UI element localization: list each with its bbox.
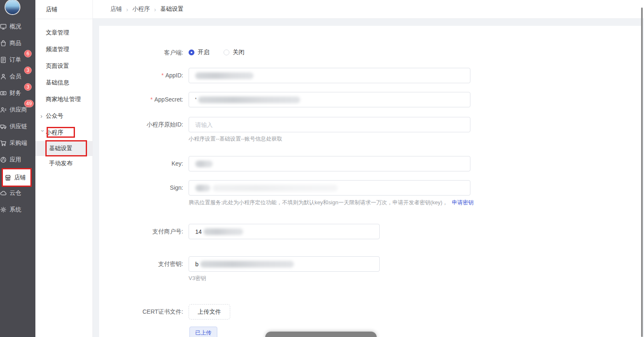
sidebar-item-overview[interactable]: 概况 [0, 18, 35, 35]
sidebar-item-label: 系统 [10, 206, 21, 213]
orders-badge: 6 [24, 50, 32, 57]
submenu-title: 店铺 [35, 0, 92, 19]
submenu-item-basic-info[interactable]: 基础信息 [35, 74, 92, 91]
primary-sidebar: 概况 商品 订单 6 会员 3 财务 3 供应商 49 供应链 [0, 0, 35, 337]
sidebar-item-label: 概况 [10, 23, 21, 30]
sidebar-item-label: 店铺 [14, 174, 26, 181]
redacted-value [195, 161, 213, 167]
pay-secret-input[interactable]: b [189, 256, 380, 272]
original-id-input[interactable] [189, 117, 470, 132]
sidebar-item-cloud-warehouse[interactable]: 云仓 [0, 185, 35, 201]
avatar[interactable] [5, 0, 20, 14]
original-id-help: 小程序设置--基础设置--账号信息处获取 [189, 135, 282, 143]
sidebar-item-system[interactable]: 系统 [0, 201, 35, 218]
secondary-sidebar: 店铺 文章管理 频道管理 页面设置 基础信息 商家地址管理 › 公众号 › 小程… [35, 0, 93, 337]
submenu-item-manual-release[interactable]: 手动发布 [35, 156, 92, 171]
redacted-value [204, 228, 243, 235]
sidebar-item-label: 财务 [10, 89, 21, 97]
goods-icon [0, 40, 7, 47]
uploaded-status-badge: 已上传 [189, 327, 217, 337]
submenu-item-official-account[interactable]: › 公众号 [35, 108, 92, 124]
sign-input[interactable] [189, 180, 470, 196]
key-input[interactable] [189, 156, 470, 171]
sign-help: 腾讯位置服务:此处为小程序定位功能，不填则为默认key和sign一天限制请求一万… [189, 199, 474, 206]
submenu-item-label: 页面设置 [46, 62, 69, 70]
sidebar-item-members[interactable]: 会员 3 [0, 68, 35, 85]
radio-off[interactable] [224, 50, 229, 55]
value-prefix: b [195, 261, 199, 268]
radio-off-label[interactable]: 关闭 [233, 49, 244, 56]
secondary-nav: 文章管理 频道管理 页面设置 基础信息 商家地址管理 › 公众号 › 小程序 基… [35, 25, 92, 171]
sidebar-item-apps[interactable]: 应用 [0, 151, 35, 168]
procurement-icon [0, 140, 7, 146]
redacted-value [195, 185, 210, 191]
redacted-value [200, 261, 294, 268]
sidebar-item-label: 会员 [10, 73, 21, 80]
upload-file-button[interactable]: 上传文件 [189, 304, 230, 320]
dashboard-icon [0, 23, 7, 30]
sidebar-item-shop[interactable]: 店铺 [0, 168, 35, 185]
apps-icon [0, 156, 7, 163]
sidebar-item-orders[interactable]: 订单 6 [0, 52, 35, 68]
submenu-item-page-settings[interactable]: 页面设置 [35, 58, 92, 74]
sidebar-item-procurement[interactable]: 采购端 [0, 135, 35, 151]
chevron-down-icon: › [39, 130, 47, 135]
radio-on[interactable] [189, 50, 194, 55]
submenu-item-label: 小程序 [46, 129, 63, 136]
members-badge: 3 [24, 67, 32, 74]
submenu-item-article-management[interactable]: 文章管理 [35, 25, 92, 41]
sidebar-item-label: 应用 [10, 156, 21, 164]
pay-secret-label: 支付密钥: [99, 256, 183, 272]
original-id-label: 小程序原始ID: [99, 117, 183, 132]
breadcrumb-item[interactable]: 小程序 [132, 5, 150, 13]
redacted-value [195, 72, 254, 79]
sidebar-item-label: 供应链 [10, 123, 27, 130]
supply-chain-icon [0, 123, 7, 130]
appsecret-label: *AppSecret: [99, 92, 183, 107]
merchant-id-input[interactable]: 14 [189, 224, 380, 239]
submenu-item-label: 公众号 [46, 112, 63, 120]
cloud-icon [0, 190, 7, 196]
appsecret-input[interactable]: ' [189, 92, 470, 107]
toast-popup [265, 332, 377, 337]
apply-key-link[interactable]: 申请密钥 [452, 199, 474, 206]
required-asterisk: * [150, 96, 152, 103]
sidebar-item-supplier[interactable]: 供应商 49 [0, 102, 35, 118]
radio-on-label[interactable]: 开启 [198, 49, 209, 56]
breadcrumb-item-current: 基础设置 [160, 5, 184, 13]
sidebar-item-supply-chain[interactable]: 供应链 [0, 118, 35, 135]
submenu-item-mini-program[interactable]: › 小程序 [35, 124, 92, 141]
submenu-item-label: 商家地址管理 [46, 96, 81, 103]
chevron-right-icon: › [40, 112, 45, 120]
gear-icon [0, 206, 7, 213]
appid-label: *AppID: [99, 68, 183, 83]
sidebar-item-label: 云仓 [10, 189, 21, 197]
submenu-item-label: 手动发布 [49, 160, 72, 167]
required-asterisk: * [162, 72, 164, 79]
submenu-item-merchant-address[interactable]: 商家地址管理 [35, 91, 92, 108]
pay-secret-help: V3密钥 [189, 275, 206, 282]
sidebar-item-label: 供应商 [10, 106, 27, 114]
settings-form-card: 客户端: 开启 关闭 *AppID: *AppSecret: ' 小程序原始ID… [99, 26, 642, 337]
finance-badge: 3 [24, 83, 32, 91]
orders-icon [0, 57, 7, 63]
client-label: 客户端: [99, 48, 183, 57]
sidebar-item-label: 商品 [10, 40, 21, 47]
breadcrumb-item[interactable]: 店铺 [110, 5, 122, 13]
sign-label: Sign: [99, 180, 183, 196]
scrollbar[interactable] [641, 7, 643, 337]
submenu-item-channel-management[interactable]: 频道管理 [35, 41, 92, 58]
chevron-right-icon: › [126, 6, 128, 13]
sidebar-item-finance[interactable]: 财务 3 [0, 85, 35, 102]
redacted-value [198, 97, 300, 103]
breadcrumb-bar: 店铺 › 小程序 › 基础设置 [92, 0, 644, 19]
annotation-box-shop: 店铺 [2, 168, 32, 187]
sidebar-item-goods[interactable]: 商品 [0, 35, 35, 52]
shop-icon [5, 174, 11, 181]
submenu-item-basic-settings[interactable]: 基础设置 [35, 141, 92, 156]
supplier-badge: 49 [24, 100, 34, 107]
merchant-id-label: 支付商户号: [99, 224, 183, 239]
cert-label: CERT证书文件: [99, 304, 183, 320]
appid-input[interactable] [189, 68, 470, 83]
submenu-item-label: 基础设置 [49, 145, 72, 152]
